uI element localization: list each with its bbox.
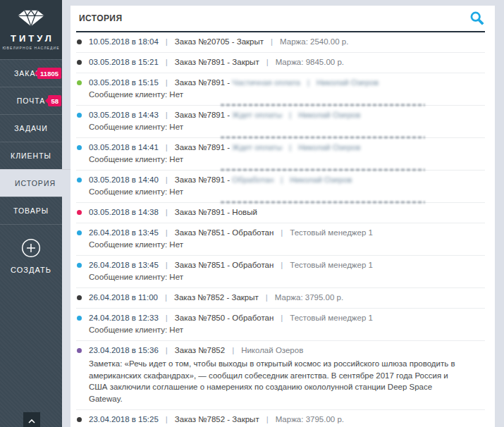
sidebar-item-clients[interactable]: КЛИЕНТЫ — [0, 142, 62, 169]
status-dot-black — [77, 295, 82, 300]
order-label: Заказ №7852 - Закрыт — [174, 292, 259, 303]
event-info: Маржа: 3795.00 р. — [275, 292, 343, 303]
search-icon — [469, 18, 485, 28]
history-row-line: 10.05.2018 в 18:04|Заказ №20705 - Закрыт… — [76, 37, 485, 47]
redacted-status: Ждет оплаты — [232, 111, 282, 119]
separator: | — [266, 414, 269, 425]
history-row-line: 03.05.2018 в 14:38|Заказ №7891 - Новый — [76, 207, 485, 218]
history-row[interactable]: 23.04.2018 в 15:25|Заказ №7852 - Закрыт|… — [76, 410, 485, 427]
history-list: 10.05.2018 в 18:04|Заказ №20705 - Закрыт… — [76, 32, 485, 427]
history-row-line: 26.04.2018 в 13:45|Заказ №7851 - Обработ… — [76, 228, 485, 238]
sidebar-item-mail[interactable]: ПОЧТА58 — [0, 87, 62, 114]
event-time: 03.05.2018 в 14:41 — [89, 142, 159, 153]
separator: | — [166, 175, 168, 185]
history-row-line: 24.04.2018 в 12:33|Заказ №7850 - Обработ… — [76, 313, 485, 323]
order-label: Заказ №7851 - Обработан — [175, 228, 273, 238]
history-row[interactable]: 03.05.2018 в 14:40|Заказ №7891 - Обработ… — [76, 171, 485, 203]
redacted-manager: Николай Озеров — [290, 175, 352, 185]
redacted-status: Обработан — [232, 175, 273, 184]
history-row[interactable]: 23.04.2018 в 15:36|Заказ №7852|Николай О… — [76, 341, 485, 410]
event-time: 03.05.2018 в 14:40 — [89, 175, 159, 185]
history-row[interactable]: 03.05.2018 в 14:43|Заказ №7891 - Ждет оп… — [76, 106, 485, 138]
separator: | — [166, 207, 168, 218]
history-row-line: 23.04.2018 в 15:25|Заказ №7852 - Закрыт|… — [76, 414, 485, 425]
history-row-line: 03.05.2018 в 15:21|Заказ №7891 - Закрыт|… — [76, 57, 485, 68]
redacted-manager: Николай Озеров — [298, 142, 360, 153]
sidebar-item-label: ТОВАРЫ — [13, 206, 49, 215]
order-label: Заказ №20705 - Закрыт — [175, 37, 264, 47]
status-dot-purple — [77, 348, 82, 353]
separator: | — [166, 345, 168, 356]
event-time: 03.05.2018 в 14:38 — [89, 207, 159, 218]
search-button[interactable] — [469, 11, 485, 26]
separator: | — [289, 142, 291, 153]
order-label: Заказ №7891 - Ждет оплаты — [175, 110, 282, 120]
history-row[interactable]: 03.05.2018 в 15:21|Заказ №7891 - Закрыт|… — [76, 53, 485, 73]
history-row[interactable]: 03.05.2018 в 15:15|Заказ №7891 - Частичн… — [76, 73, 485, 106]
sidebar-item-label: ИСТОРИЯ — [15, 179, 56, 187]
sidebar: ТИТУЛ ЮВЕЛИРНОЕ НАСЛЕДИЕ ЗАКАЗЫ11805ПОЧТ… — [0, 0, 70, 427]
history-row[interactable]: 26.04.2018 в 13:45|Заказ №7851 - Обработ… — [76, 256, 485, 288]
separator: | — [166, 260, 168, 271]
status-dot-blue — [77, 263, 82, 268]
separator: | — [271, 37, 273, 47]
event-time: 23.04.2018 в 15:36 — [89, 345, 159, 356]
order-label: Заказ №7851 - Обработан — [175, 260, 273, 271]
sidebar-item-history[interactable]: ИСТОРИЯ — [0, 169, 70, 197]
separator: | — [165, 292, 167, 303]
order-label: Заказ №7891 - Частичная оплата — [175, 78, 300, 88]
separator: | — [166, 57, 168, 68]
event-time: 26.04.2018 в 13:45 — [89, 260, 159, 271]
sidebar-item-orders[interactable]: ЗАКАЗЫ11805 — [0, 59, 62, 87]
sidebar-item-label: ПОЧТА — [17, 97, 46, 105]
separator: | — [289, 110, 291, 120]
history-row[interactable]: 26.04.2018 в 13:45|Заказ №7851 - Обработ… — [76, 223, 485, 256]
event-info: Маржа: 9845.00 р. — [276, 57, 344, 68]
page-header: ИСТОРИЯ — [76, 6, 485, 31]
order-label: Заказ №7852 - Закрыт — [175, 414, 259, 425]
separator: | — [166, 414, 168, 425]
history-row[interactable]: 03.05.2018 в 14:38|Заказ №7891 - Новый — [76, 203, 485, 223]
event-time: 26.04.2018 в 13:45 — [89, 228, 159, 238]
order-label: Заказ №7891 - Закрыт — [175, 57, 259, 68]
separator: | — [166, 228, 168, 238]
history-row[interactable]: 03.05.2018 в 14:41|Заказ №7891 - Ждет оп… — [76, 138, 485, 171]
client-message: Сообщение клиенту: Нет — [89, 240, 485, 250]
event-time: 23.04.2018 в 15:25 — [89, 414, 159, 425]
chevron-up-icon — [28, 414, 35, 426]
client-message: Сообщение клиенту: Нет — [89, 154, 485, 165]
plus-circle-icon — [21, 238, 41, 261]
status-dot-blue — [77, 113, 82, 118]
status-dot-blue — [77, 178, 82, 182]
history-row-line: 03.05.2018 в 15:15|Заказ №7891 - Частичн… — [76, 78, 485, 88]
redacted-manager: Николай Озеров — [316, 78, 379, 88]
client-message: Сообщение клиенту: Нет — [89, 272, 485, 283]
history-row-line: 23.04.2018 в 15:36|Заказ №7852|Николай О… — [76, 345, 485, 356]
page-title: ИСТОРИЯ — [79, 13, 122, 23]
history-row[interactable]: 10.05.2018 в 18:04|Заказ №20705 - Закрыт… — [76, 32, 485, 53]
separator: | — [266, 57, 269, 68]
client-message: Сообщение клиенту: Нет — [89, 325, 485, 335]
history-row[interactable]: 24.04.2018 в 12:33|Заказ №7850 - Обработ… — [76, 309, 485, 341]
create-button[interactable]: СОЗДАТЬ — [0, 224, 62, 287]
client-message: Сообщение клиенту: Нет — [89, 122, 485, 132]
sidebar-item-label: КЛИЕНТЫ — [11, 151, 51, 160]
separator: | — [232, 345, 234, 356]
order-label: Заказ №7850 - Обработан — [175, 313, 273, 323]
separator: | — [166, 142, 168, 153]
main-content: ИСТОРИЯ 10.05.2018 в 18:04|Заказ №20705 … — [70, 6, 495, 427]
event-time: 03.05.2018 в 14:43 — [89, 110, 159, 120]
sidebar-item-tasks[interactable]: ЗАДАЧИ — [0, 114, 62, 142]
client-message: Сообщение клиенту: Нет — [89, 89, 485, 100]
separator: | — [166, 313, 168, 323]
status-dot-pink — [77, 210, 82, 215]
separator: | — [281, 313, 283, 323]
redacted-manager: Николай Озеров — [298, 110, 360, 120]
sidebar-item-products[interactable]: ТОВАРЫ — [0, 197, 62, 224]
status-dot-green — [77, 80, 82, 85]
separator: | — [266, 292, 268, 303]
separator: | — [166, 78, 168, 88]
separator: | — [166, 37, 168, 47]
collapse-sidebar-button[interactable] — [23, 412, 40, 427]
history-row[interactable]: 26.04.2018 в 11:00|Заказ №7852 - Закрыт|… — [76, 288, 485, 309]
